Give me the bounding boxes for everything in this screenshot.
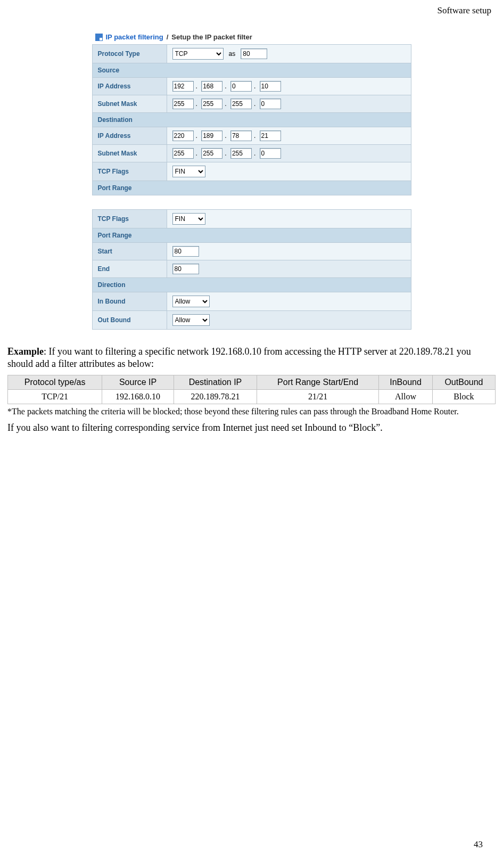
src-mask-cell: . . . bbox=[167, 95, 411, 113]
dst-mask-label: Subnet Mask bbox=[92, 145, 167, 162]
filter-form-upper: Protocol Type TCP as Source IP Address .… bbox=[92, 44, 411, 195]
example-paragraph: Example: If you want to filtering a spec… bbox=[7, 346, 496, 370]
protocol-type-cell: TCP as bbox=[167, 45, 411, 63]
end-label: End bbox=[92, 260, 167, 278]
src-ip-3[interactable] bbox=[230, 81, 252, 92]
outbound-label: Out Bound bbox=[92, 311, 167, 330]
as-label: as bbox=[229, 50, 236, 58]
rules-c4: Allow bbox=[379, 389, 433, 404]
rules-table: Protocol type/as Source IP Destination I… bbox=[7, 375, 496, 404]
closing-paragraph: If you also want to filtering correspond… bbox=[7, 422, 496, 434]
as-input[interactable] bbox=[241, 48, 267, 59]
rules-c1: 192.168.0.10 bbox=[102, 389, 174, 404]
dst-mask-1[interactable] bbox=[172, 148, 194, 159]
breadcrumb-title: Setup the IP packet filter bbox=[171, 33, 252, 41]
tcpflags-select-1[interactable]: FIN bbox=[172, 166, 205, 177]
tcpflags-cell-2: FIN bbox=[167, 210, 411, 228]
tcpflags-label-2: TCP Flags bbox=[92, 210, 167, 228]
tcpflags-label-1: TCP Flags bbox=[92, 162, 167, 181]
inbound-label: In Bound bbox=[92, 292, 167, 311]
breadcrumb-sep: / bbox=[167, 33, 169, 41]
rules-c5: Block bbox=[432, 389, 495, 404]
src-ip-1[interactable] bbox=[172, 81, 194, 92]
end-input[interactable] bbox=[172, 264, 199, 274]
src-ip-4[interactable] bbox=[260, 81, 281, 92]
dst-mask-cell: . . . bbox=[167, 145, 411, 162]
page-number: 43 bbox=[474, 839, 483, 850]
src-ip-cell: . . . bbox=[167, 78, 411, 95]
example-prefix: Example bbox=[7, 346, 44, 357]
rules-c2: 220.189.78.21 bbox=[174, 389, 257, 404]
tcpflags-select-2[interactable]: FIN bbox=[172, 213, 205, 225]
rules-h5: OutBound bbox=[432, 375, 495, 390]
panel-icon bbox=[95, 34, 103, 41]
rules-c3: 21/21 bbox=[257, 389, 379, 404]
outbound-select[interactable]: Allow bbox=[172, 314, 210, 326]
src-mask-4[interactable] bbox=[260, 99, 281, 109]
rules-h0: Protocol type/as bbox=[8, 375, 102, 390]
config-figure: IP packet filtering / Setup the IP packe… bbox=[92, 31, 411, 330]
src-mask-3[interactable] bbox=[230, 99, 252, 109]
filter-form-lower: TCP Flags FIN Port Range Start End Direc… bbox=[92, 209, 411, 330]
rules-h3: Port Range Start/End bbox=[257, 375, 379, 390]
src-ip-label: IP Address bbox=[92, 78, 167, 95]
dst-mask-4[interactable] bbox=[260, 148, 281, 159]
dst-ip-4[interactable] bbox=[260, 130, 281, 141]
direction-header: Direction bbox=[92, 278, 411, 292]
dst-mask-2[interactable] bbox=[201, 148, 222, 159]
dst-ip-1[interactable] bbox=[172, 130, 194, 141]
header-section: Software setup bbox=[7, 5, 496, 16]
rules-h4: InBound bbox=[379, 375, 433, 390]
inbound-select[interactable]: Allow bbox=[172, 296, 210, 307]
protocol-type-select[interactable]: TCP bbox=[172, 48, 224, 60]
src-mask-1[interactable] bbox=[172, 99, 194, 109]
src-mask-label: Subnet Mask bbox=[92, 95, 167, 113]
dst-ip-2[interactable] bbox=[201, 130, 222, 141]
rules-h1: Source IP bbox=[102, 375, 174, 390]
breadcrumb-link[interactable]: IP packet filtering bbox=[106, 33, 163, 41]
dest-header: Destination bbox=[92, 113, 411, 127]
dst-ip-label: IP Address bbox=[92, 127, 167, 145]
port-range-header-1: Port Range bbox=[92, 181, 411, 195]
rules-h2: Destination IP bbox=[174, 375, 257, 390]
example-text: : If you want to filtering a specific ne… bbox=[7, 346, 471, 369]
footnote: *The packets matching the criteria will … bbox=[7, 406, 496, 416]
rules-c0: TCP/21 bbox=[8, 389, 102, 404]
protocol-type-label: Protocol Type bbox=[92, 45, 167, 63]
src-mask-2[interactable] bbox=[201, 99, 222, 109]
source-header: Source bbox=[92, 63, 411, 78]
dst-ip-3[interactable] bbox=[230, 130, 252, 141]
dst-mask-3[interactable] bbox=[230, 148, 252, 159]
panel-breadcrumb: IP packet filtering / Setup the IP packe… bbox=[92, 31, 411, 44]
dst-ip-cell: . . . bbox=[167, 127, 411, 145]
src-ip-2[interactable] bbox=[201, 81, 222, 92]
port-range-header-2: Port Range bbox=[92, 228, 411, 243]
tcpflags-cell-1: FIN bbox=[167, 162, 411, 181]
start-input[interactable] bbox=[172, 246, 199, 257]
start-label: Start bbox=[92, 243, 167, 260]
